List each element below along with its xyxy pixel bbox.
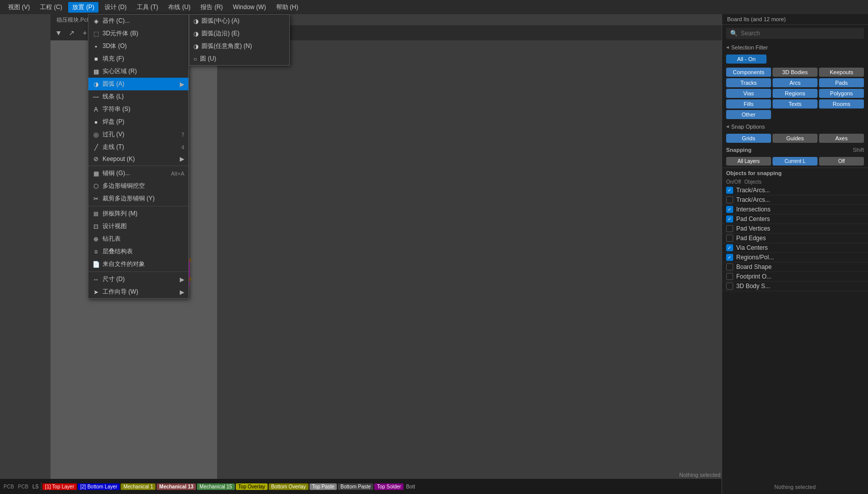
snap-check-10[interactable] [726,283,733,290]
menu-view[interactable]: 视图 (V) [4,2,34,13]
filter-keepouts[interactable]: Keepouts [819,68,864,77]
all-layers-btn[interactable]: All Layers [726,157,771,166]
snap-guides[interactable]: Guides [773,134,818,143]
arc-edge-item[interactable]: ◑ 圆弧(边沿) (E) [189,27,289,40]
filter-texts[interactable]: Texts [773,99,818,108]
menu-design-view[interactable]: ⊡ 设计视图 [88,220,188,233]
selection-filter-header[interactable]: ◂ Selection Filter [722,42,868,52]
menu-routing[interactable]: 布线 (U) [164,2,194,13]
divider [41,482,41,490]
menu-directive[interactable]: ➤ 工作向导 (W) ▶ [88,286,188,298]
menu-design[interactable]: 设计 (D) [100,2,131,13]
layer-top-overlay[interactable]: Top Overlay [236,483,268,490]
menu-project[interactable]: 工程 (C) [36,2,66,13]
snap-options-header[interactable]: ◂ Snap Options [722,121,868,132]
chevron-down-icon: ◂ [726,44,729,50]
menu-dimension[interactable]: ↔ 尺寸 (D) ▶ [88,273,188,286]
menu-drill-table[interactable]: ⊕ 钻孔表 [88,233,188,245]
snap-row-5: Pad Edges [722,234,868,243]
filter-pads[interactable]: Pads [819,78,864,87]
snap-check-1[interactable] [726,196,733,203]
filter-polygons[interactable]: Polygons [819,89,864,98]
layer-mech1[interactable]: Mechanical 1 [121,483,156,490]
filter-3d-bodies[interactable]: 3D Bodies [773,68,818,77]
search-bar[interactable]: 🔍 [726,28,864,39]
layer-bar: PCB PCB LS [1] Top Layer [2] Bottom Laye… [0,479,722,494]
menu-via[interactable]: ◎ 过孔 (V) 7 [88,128,188,141]
menu-tools[interactable]: 工具 (T) [133,2,163,13]
layer-bott[interactable]: Bott [404,484,417,489]
menu-solid-region[interactable]: ▩ 实心区域 (R) [88,65,188,78]
solid-icon: ▩ [92,68,99,75]
snap-check-3[interactable] [726,215,733,223]
menu-pad[interactable]: ● 焊盘 (P) [88,116,188,128]
filter-arcs[interactable]: Arcs [773,78,818,87]
menu-3d-component[interactable]: ⬚ 3D元件体 (B) [88,27,188,40]
filter-tool[interactable]: ▼ [53,27,65,39]
select-tool[interactable]: ↗ [66,27,78,39]
filter-tracks[interactable]: Tracks [726,78,771,87]
snap-grids[interactable]: Grids [726,134,771,143]
dim-icon: ↔ [92,276,99,283]
snap-row-9: Footprint O... [722,272,868,282]
layer-top-solder[interactable]: Top Solder [374,483,403,490]
menu-keepout[interactable]: ⊘ Keepout (K) ▶ [88,153,188,164]
filter-regions[interactable]: Regions [773,89,818,98]
menu-fill[interactable]: ■ 填充 (F) [88,52,188,65]
circle-icon: ○ [193,56,197,63]
menu-from-file[interactable]: 📄 来自文件的对象 [88,258,188,270]
snap-axes[interactable]: Axes [819,134,864,143]
snap-check-4[interactable] [726,225,733,232]
snap-check-6[interactable] [726,244,733,251]
array-icon: ⊞ [92,210,99,217]
snap-check-8[interactable] [726,263,733,270]
off-btn[interactable]: Off [819,157,864,166]
menu-line[interactable]: — 线条 (L) [88,90,188,103]
filter-buttons-grid: Components 3D Bodies Keepouts Tracks Arc… [722,66,868,121]
all-on-button[interactable]: All - On [726,54,767,64]
menu-window[interactable]: Window (W) [229,3,270,12]
menu-place[interactable]: 放置 (P) [68,2,98,13]
menu-help[interactable]: 帮助 (H) [272,2,302,13]
snap-check-5[interactable] [726,235,733,242]
fill-rect-icon: ■ [92,56,99,63]
menu-string[interactable]: A 字符串 (S) [88,103,188,116]
menu-arc[interactable]: ◑ 圆弧 (A) ▶ [88,78,188,90]
filter-other[interactable]: Other [726,110,771,119]
snap-name-5: Pad Edges [736,235,864,242]
box3d-icon: ⬚ [92,30,99,37]
filter-components[interactable]: Components [726,68,771,77]
menu-copper[interactable]: ▦ 铺铜 (G)... Alt+A [88,167,188,180]
arc-any-item[interactable]: ◑ 圆弧(任意角度) (N) [189,40,289,52]
arc-center-item[interactable]: ◑ 圆弧(中心) (A) [189,15,289,27]
filter-rooms[interactable]: Rooms [819,99,864,108]
layer-mech15[interactable]: Mechanical 15 [197,483,234,490]
layer-top[interactable]: [1] Top Layer [42,483,77,490]
menu-array[interactable]: ⊞ 拼板阵列 (M) [88,207,188,220]
menu-reports[interactable]: 报告 (R) [196,2,227,13]
layer-top-paste[interactable]: Top Paste [310,483,337,490]
snap-row-1: Track/Arcs... [722,195,868,205]
layer-bottom[interactable]: [2] Bottom Layer [78,483,120,490]
layer-bot-overlay[interactable]: Bottom Overlay [269,483,309,490]
place-dropdown: ◈ 器件 (C)... ⬚ 3D元件体 (B) ▪ 3D体 (O) ■ 填充 (… [88,14,189,299]
via-icon: ◎ [92,131,99,138]
snap-check-9[interactable] [726,273,733,280]
circle-item[interactable]: ○ 圆 (U) [189,52,289,65]
current-layer-btn[interactable]: Current L [773,157,818,166]
menu-clip-poly[interactable]: ✂ 裁剪多边形铺铜 (Y) [88,192,188,205]
search-input[interactable] [741,30,860,37]
menu-layer-stack[interactable]: ≡ 层叠结构表 [88,245,188,258]
snap-check-7[interactable] [726,254,733,261]
menu-poly-cutout[interactable]: ⬡ 多边形铺铜挖空 [88,180,188,192]
layer-bot-paste[interactable]: Bottom Paste [338,483,373,490]
filter-vias[interactable]: Vias [726,89,771,98]
snap-check-2[interactable] [726,206,733,213]
menu-3d-body[interactable]: ▪ 3D体 (O) [88,40,188,52]
layer-mech13[interactable]: Mechanical 13 [157,483,196,490]
snap-chevron-icon: ◂ [726,123,729,130]
menu-component[interactable]: ◈ 器件 (C)... [88,15,188,27]
filter-fills[interactable]: Fills [726,99,771,108]
snap-check-0[interactable] [726,187,733,194]
menu-track[interactable]: ╱ 走线 (T) 4 [88,141,188,153]
